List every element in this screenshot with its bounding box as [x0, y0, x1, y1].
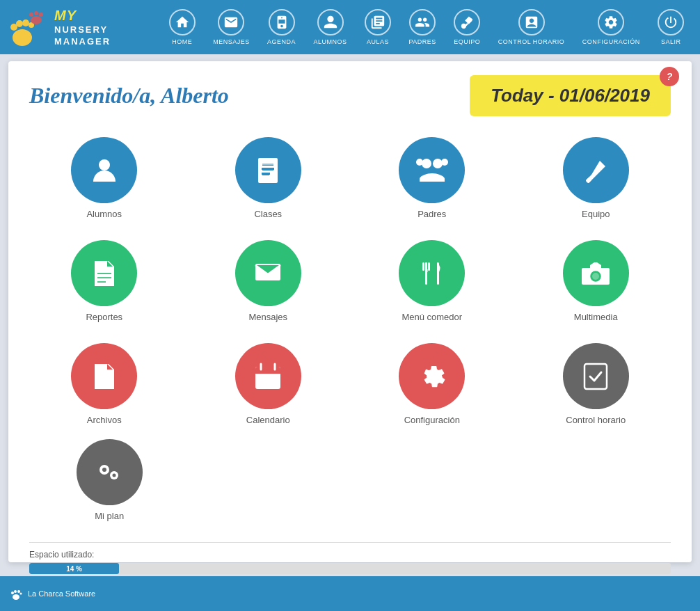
progress-percent: 14 % [66, 565, 82, 573]
footer-brand-text: La Charca Software [28, 589, 95, 598]
archivos-circle: PDF [71, 343, 137, 409]
nav-item-control-horario[interactable]: Control horario [498, 9, 565, 45]
footer-brand: La Charca Software [10, 587, 95, 601]
reportes-label: Reportes [86, 312, 122, 322]
alumnos-nav-icon [317, 9, 344, 35]
icon-btn-menu-comedor[interactable]: Menú comedor [357, 240, 507, 322]
svg-rect-27 [255, 371, 280, 374]
nav-label-aulas: Aulas [367, 38, 389, 45]
svg-point-11 [422, 159, 431, 168]
icon-btn-multimedia[interactable]: Multimedia [521, 240, 671, 322]
nav-items: Home Mensajes Agenda Alumnos [160, 9, 693, 45]
svg-point-7 [34, 11, 38, 15]
calendario-circle [235, 343, 301, 409]
nav-item-alumnos[interactable]: Alumnos [314, 9, 347, 45]
nav-label-home: Home [172, 38, 192, 45]
icon-btn-control-horario[interactable]: Control horario [521, 343, 671, 425]
padres-nav-icon [409, 9, 436, 35]
welcome-text: Bienvenido/a, Alberto [29, 83, 229, 109]
nav-label-control-horario: Control horario [498, 38, 565, 45]
svg-rect-35 [271, 383, 274, 386]
icon-btn-configuracion[interactable]: Configuración [357, 343, 507, 425]
logo: My Nursery Manager [7, 6, 160, 48]
nav-item-configuracion[interactable]: Configuración [582, 9, 640, 45]
configuracion-nav-icon [598, 9, 624, 35]
icon-btn-equipo[interactable]: Equipo [521, 137, 671, 219]
date-label: Today - 01/06/2019 [491, 85, 650, 106]
svg-point-2 [16, 20, 23, 27]
salir-icon [658, 9, 684, 35]
icon-btn-mensajes[interactable]: Mensajes [193, 240, 344, 322]
aulas-icon [365, 9, 391, 35]
svg-point-23 [603, 271, 606, 273]
icon-btn-reportes[interactable]: Reportes [29, 240, 180, 322]
logo-text: My Nursery Manager [54, 6, 111, 48]
padres-circle [399, 137, 465, 203]
icon-btn-alumnos[interactable]: Alumnos [29, 137, 180, 219]
svg-point-39 [102, 468, 106, 472]
logo-icon [7, 6, 49, 48]
archivos-label: Archivos [87, 415, 122, 425]
clases-circle [235, 137, 301, 203]
space-bar-section: Espacio utilizado: 14 % [29, 542, 671, 574]
menu-comedor-label: Menú comedor [401, 312, 462, 322]
svg-rect-17 [422, 262, 424, 271]
svg-point-13 [441, 159, 448, 166]
top-row: Bienvenido/a, Alberto Today - 01/06/2019… [29, 75, 671, 116]
svg-point-14 [416, 159, 423, 166]
nav-label-agenda: Agenda [267, 38, 296, 45]
equipo-label: Equipo [582, 209, 610, 219]
svg-point-46 [20, 593, 22, 595]
mensajes-circle [235, 240, 301, 306]
svg-point-5 [31, 16, 42, 24]
nav-item-aulas[interactable]: Aulas [365, 9, 391, 45]
icon-btn-archivos[interactable]: PDF Archivos [29, 343, 180, 425]
nav-item-agenda[interactable]: Agenda [267, 9, 296, 45]
svg-rect-19 [426, 269, 427, 272]
svg-rect-32 [271, 376, 274, 380]
svg-point-45 [17, 590, 20, 593]
nav-label-equipo: Equipo [454, 38, 480, 45]
icon-btn-clases[interactable]: Clases [193, 137, 344, 219]
icon-btn-mi-plan[interactable]: Mi plan [77, 439, 143, 521]
svg-point-9 [99, 159, 110, 170]
svg-point-44 [14, 590, 17, 593]
reportes-circle [71, 240, 137, 306]
svg-rect-30 [258, 376, 262, 380]
svg-point-8 [39, 13, 43, 17]
icon-btn-padres[interactable]: Padres [357, 137, 507, 219]
calendario-label: Calendario [246, 415, 290, 425]
help-button[interactable]: ? [660, 67, 679, 86]
svg-point-6 [29, 13, 33, 17]
mi-plan-circle [77, 439, 143, 505]
svg-point-43 [11, 592, 14, 594]
configuracion-circle [399, 343, 465, 409]
control-horario-nav-icon [518, 9, 545, 35]
nav-item-salir[interactable]: Salir [658, 9, 684, 45]
svg-point-3 [22, 19, 29, 26]
navbar: My Nursery Manager Home Mensajes Agenda [0, 0, 700, 54]
svg-point-42 [13, 594, 19, 600]
icons-grid: Alumnos Clases [29, 137, 671, 425]
menu-comedor-circle [399, 240, 465, 306]
multimedia-label: Multimedia [574, 312, 618, 322]
mi-plan-label: Mi plan [95, 511, 124, 521]
progress-bar-fill: 14 % [29, 563, 119, 574]
equipo-circle [563, 137, 629, 203]
svg-point-41 [113, 473, 116, 477]
svg-rect-33 [258, 383, 262, 386]
svg-rect-31 [264, 376, 268, 380]
svg-rect-10 [262, 163, 274, 165]
configuracion-label: Configuración [404, 415, 460, 425]
main-card: Bienvenido/a, Alberto Today - 01/06/2019… [8, 61, 692, 562]
nav-item-equipo[interactable]: Equipo [454, 9, 480, 45]
footer-icon [10, 587, 24, 601]
nav-item-mensajes[interactable]: Mensajes [213, 9, 250, 45]
multimedia-circle [563, 240, 629, 306]
nav-label-alumnos: Alumnos [314, 38, 347, 45]
nav-item-home[interactable]: Home [169, 9, 196, 45]
svg-rect-36 [277, 376, 280, 380]
nav-item-padres[interactable]: Padres [408, 9, 436, 45]
nav-label-configuracion: Configuración [582, 38, 640, 45]
icon-btn-calendario[interactable]: Calendario [193, 343, 344, 425]
